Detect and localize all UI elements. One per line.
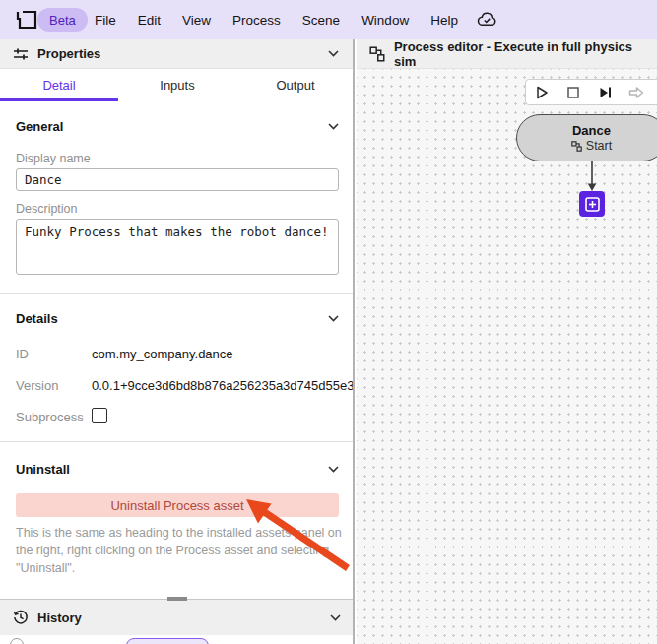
properties-tabs: Detail Inputs Output bbox=[0, 69, 355, 101]
process-editor-title: Process editor - Execute in full physics… bbox=[394, 39, 657, 69]
step-forward-icon bbox=[599, 86, 612, 99]
add-node-button[interactable] bbox=[579, 191, 605, 217]
plus-in-square-icon bbox=[585, 197, 600, 212]
cloud-check-icon[interactable] bbox=[477, 10, 497, 30]
id-label: ID bbox=[16, 347, 29, 361]
node-subtitle: Start bbox=[571, 139, 612, 154]
beta-badge: Beta bbox=[37, 8, 88, 32]
process-canvas[interactable]: Dance Start bbox=[357, 69, 657, 644]
section-divider bbox=[0, 293, 355, 294]
display-name-label: Display name bbox=[16, 152, 91, 165]
node-subtitle-label: Start bbox=[586, 139, 612, 154]
panel-resize-handle[interactable] bbox=[167, 597, 187, 601]
history-panel-header[interactable]: History bbox=[0, 599, 355, 635]
section-divider bbox=[0, 441, 355, 442]
uninstall-collapse-chevron-icon[interactable] bbox=[328, 466, 339, 473]
description-label: Description bbox=[16, 202, 78, 216]
play-button[interactable] bbox=[526, 80, 558, 104]
run-toolbar bbox=[525, 79, 657, 105]
history-entry-avatar bbox=[10, 638, 24, 644]
flowchart-icon bbox=[571, 141, 582, 152]
uninstall-button[interactable]: Uninstall Process asset bbox=[16, 493, 339, 517]
version-label: Version bbox=[16, 378, 58, 393]
menu-help[interactable]: Help bbox=[430, 13, 458, 28]
tab-inputs[interactable]: Inputs bbox=[118, 69, 236, 101]
history-panel-title: History bbox=[37, 611, 82, 625]
sliders-icon bbox=[13, 46, 29, 62]
node-connector-arrow bbox=[581, 161, 603, 193]
process-node-start[interactable]: Dance Start bbox=[516, 114, 657, 161]
version-value: 0.0.1+9cce3d6bd8b876a256235a3d745d55e33 bbox=[92, 378, 353, 393]
display-name-input[interactable] bbox=[16, 168, 339, 191]
stop-button[interactable] bbox=[558, 80, 589, 104]
details-section-title: Details bbox=[16, 311, 58, 326]
menu-bar: Beta File Edit View Process Scene Window… bbox=[0, 0, 657, 39]
menu-items: File Edit View Process Scene Window Help bbox=[95, 0, 458, 39]
process-editor-header: Process editor - Execute in full physics… bbox=[357, 39, 657, 69]
menu-view[interactable]: View bbox=[182, 13, 211, 28]
history-clock-icon bbox=[13, 610, 29, 625]
chevron-down-icon[interactable] bbox=[328, 50, 339, 57]
process-editor-panel: Process editor - Execute in full physics… bbox=[357, 39, 657, 644]
uninstall-help-text: This is the same as heading to the insta… bbox=[16, 524, 345, 577]
menu-process[interactable]: Process bbox=[232, 13, 281, 28]
menu-scene[interactable]: Scene bbox=[302, 13, 340, 28]
play-icon bbox=[536, 86, 549, 99]
description-textarea[interactable] bbox=[16, 219, 339, 275]
node-title: Dance bbox=[572, 123, 611, 139]
tab-detail[interactable]: Detail bbox=[0, 69, 118, 101]
general-section-title: General bbox=[16, 119, 63, 134]
history-entry-badge bbox=[126, 638, 209, 644]
flowchart-icon bbox=[369, 46, 385, 62]
subprocess-label: Subprocess bbox=[16, 410, 84, 424]
properties-panel: Properties Detail Inputs Output General … bbox=[0, 39, 355, 644]
app-window: Beta File Edit View Process Scene Window… bbox=[0, 0, 657, 644]
properties-panel-title: Properties bbox=[37, 46, 100, 61]
continue-arrow-icon bbox=[628, 86, 644, 99]
menu-window[interactable]: Window bbox=[361, 13, 409, 28]
subprocess-checkbox[interactable] bbox=[92, 408, 107, 423]
general-collapse-chevron-icon[interactable] bbox=[328, 123, 339, 130]
tab-output[interactable]: Output bbox=[236, 69, 355, 101]
uninstall-section-title: Uninstall bbox=[16, 462, 70, 477]
details-collapse-chevron-icon[interactable] bbox=[328, 315, 339, 322]
continue-button[interactable] bbox=[621, 80, 652, 104]
menu-file[interactable]: File bbox=[95, 13, 116, 28]
id-value: com.my_company.dance bbox=[92, 347, 353, 361]
stop-icon bbox=[567, 87, 579, 98]
properties-panel-header[interactable]: Properties bbox=[0, 39, 353, 69]
history-chevron-down-icon[interactable] bbox=[330, 614, 341, 621]
menu-edit[interactable]: Edit bbox=[138, 13, 161, 28]
step-forward-button[interactable] bbox=[589, 80, 621, 104]
app-logo-icon bbox=[16, 9, 37, 31]
